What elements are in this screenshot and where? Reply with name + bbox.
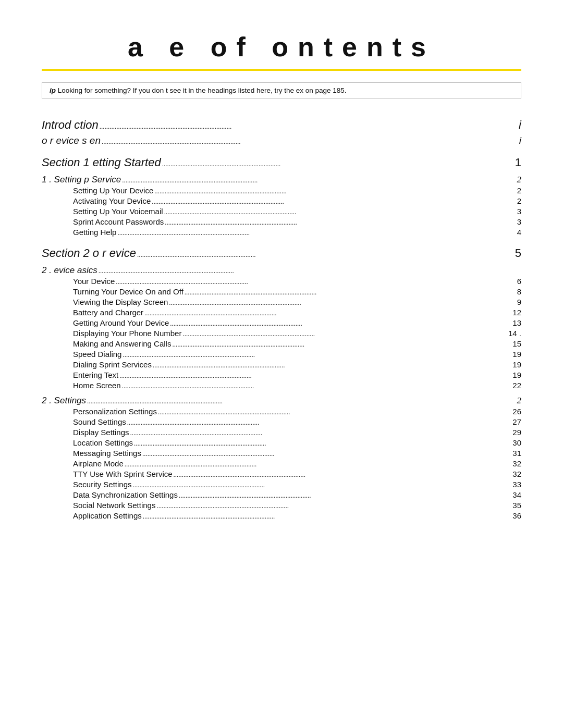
toc-entry-13: Viewing the Display Screen..............… <box>42 298 521 307</box>
toc-entry-4: Setting Up Your Device..................… <box>42 186 521 195</box>
entry-page: 27 <box>512 417 521 426</box>
entry-text: Displaying Your Phone Number <box>73 329 181 338</box>
entry-page: 26 <box>512 407 521 416</box>
page-title: a e of ontents <box>42 31 521 63</box>
entry-text: Getting Around Your Device <box>73 318 169 327</box>
entry-text: 1 . Setting p Service <box>42 175 121 185</box>
toc-entry-26: Location Settings.......................… <box>42 438 521 448</box>
entry-dots: ........................................… <box>101 138 519 146</box>
toc-entry-33: Application Settings....................… <box>42 511 521 521</box>
entry-text: Setting Up Your Voicemail <box>73 207 163 216</box>
entry-text: Viewing the Display Screen <box>73 298 168 306</box>
entry-text: 2 . evice asics <box>42 265 97 276</box>
tip-box: ip Looking for something? If you don t s… <box>42 82 521 98</box>
toc-entry-15: Getting Around Your Device..............… <box>42 318 521 328</box>
entry-text: Personalization Settings <box>73 407 157 416</box>
entry-dots: ........................................… <box>133 439 512 448</box>
entry-dots: ........................................… <box>129 429 513 437</box>
toc-entry-3: 1 . Setting p Service...................… <box>42 175 521 185</box>
entry-page: 32 <box>512 459 521 468</box>
entry-page: 4 <box>517 228 521 237</box>
entry-dots: ........................................… <box>152 361 512 369</box>
entry-page: i <box>519 135 521 146</box>
entry-dots: ........................................… <box>155 502 512 510</box>
entry-page: 19 <box>512 350 521 359</box>
entry-dots: ........................................… <box>116 229 517 237</box>
entry-dots: ........................................… <box>141 450 512 458</box>
entry-text: Speed Dialing <box>73 350 121 359</box>
entry-page: 1 <box>515 156 521 169</box>
toc-entry-27: Messaging Settings......................… <box>42 449 521 458</box>
entry-page: 2 <box>517 396 522 406</box>
entry-dots: ........................................… <box>171 340 512 349</box>
entry-page: 2 <box>517 196 521 205</box>
toc-entry-22: 2 . Settings............................… <box>42 396 521 406</box>
toc-entry-14: Battery and Charger.....................… <box>42 308 521 317</box>
entry-text: Airplane Mode <box>73 459 124 468</box>
entry-text: Messaging Settings <box>73 449 141 458</box>
entry-page: 22 <box>512 381 521 390</box>
entry-page: 31 <box>512 449 521 458</box>
toc-entry-16: Displaying Your Phone Number............… <box>42 329 521 338</box>
entry-text: Sound Settings <box>73 417 126 426</box>
entry-dots: ........................................… <box>164 218 517 227</box>
entry-text: Turning Your Device On and Off <box>73 287 183 296</box>
entry-dots: ........................................… <box>143 309 512 317</box>
entry-dots: ........................................… <box>168 299 517 307</box>
entry-page: 5 <box>515 246 521 260</box>
entry-page: 2 <box>517 175 522 185</box>
entry-dots: ........................................… <box>169 319 512 328</box>
toc-entry-12: Turning Your Device On and Off..........… <box>42 287 521 297</box>
entry-page: 3 <box>517 207 521 216</box>
toc-entry-7: Sprint Account Passwords................… <box>42 217 521 227</box>
entry-page: 3 <box>517 217 521 226</box>
toc-entry-9: Section 2 o r evice.....................… <box>42 246 521 260</box>
entry-text: Home Screen <box>73 381 121 390</box>
toc-entry-29: TTY Use With Sprint Service.............… <box>42 470 521 479</box>
entry-page: 6 <box>517 277 521 286</box>
entry-page: 32 <box>512 470 521 478</box>
entry-dots: ........................................… <box>118 372 512 380</box>
entry-text: Setting Up Your Device <box>73 186 153 195</box>
entry-text: Display Settings <box>73 428 129 437</box>
toc-entry-10: 2 . evice asics.........................… <box>42 265 521 276</box>
toc-entry-0: Introd ction............................… <box>42 118 521 132</box>
toc-content: Introd ction............................… <box>42 118 521 521</box>
entry-text: Battery and Charger <box>73 308 143 317</box>
entry-text: Entering Text <box>73 371 118 379</box>
entry-text: Getting Help <box>73 228 116 237</box>
entry-page: i <box>519 118 521 132</box>
entry-dots: ........................................… <box>183 288 517 297</box>
toc-entry-21: Home Screen.............................… <box>42 381 521 390</box>
title-underline <box>42 69 521 71</box>
toc-entry-5: Activating Your Device..................… <box>42 196 521 206</box>
toc-entry-18: Speed Dialing...........................… <box>42 350 521 359</box>
toc-entry-2: Section 1 etting Started................… <box>42 156 521 169</box>
entry-dots: ........................................… <box>121 382 513 390</box>
toc-entry-23: Personalization Settings................… <box>42 407 521 416</box>
toc-entry-28: Airplane Mode...........................… <box>42 459 521 468</box>
entry-dots: ........................................… <box>178 491 512 500</box>
entry-text: Section 2 o r evice <box>42 246 136 260</box>
entry-text: Section 1 etting Started <box>42 156 161 169</box>
toc-entry-20: Entering Text...........................… <box>42 371 521 380</box>
entry-dots: ........................................… <box>121 351 512 359</box>
entry-text: Your Device <box>73 277 115 286</box>
entry-page: 2 <box>517 186 521 195</box>
entry-page: 8 <box>517 287 521 296</box>
entry-text: Data Synchronization Settings <box>73 490 178 499</box>
entry-page: 19 <box>512 371 521 379</box>
entry-page: 12 <box>512 308 521 317</box>
toc-entry-25: Display Settings........................… <box>42 428 521 437</box>
entry-dots: ........................................… <box>153 187 517 195</box>
entry-dots: ........................................… <box>121 176 517 184</box>
entry-text: o r evice s en <box>42 135 101 146</box>
entry-page: 33 <box>512 480 521 489</box>
entry-page: 9 <box>517 298 521 306</box>
entry-dots: ........................................… <box>97 267 521 275</box>
entry-text: Making and Answering Calls <box>73 339 171 348</box>
tip-text: Looking for something? If you don t see … <box>56 87 347 94</box>
entry-dots: ........................................… <box>115 278 517 286</box>
entry-page: 14 . <box>508 329 521 338</box>
toc-entry-24: Sound Settings..........................… <box>42 417 521 427</box>
